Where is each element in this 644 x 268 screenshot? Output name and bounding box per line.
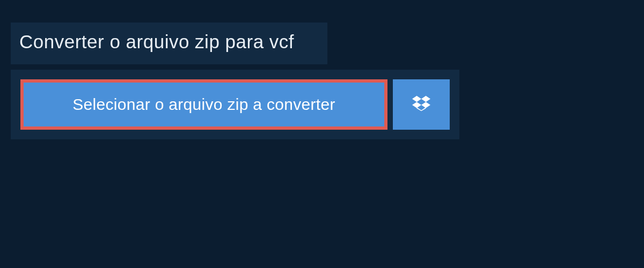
action-panel: Selecionar o arquivo zip a converter — [11, 70, 459, 139]
dropbox-icon — [412, 94, 430, 115]
dropbox-button[interactable] — [393, 79, 450, 130]
select-file-button[interactable]: Selecionar o arquivo zip a converter — [20, 79, 387, 130]
header-panel: Converter o arquivo zip para vcf — [11, 23, 327, 64]
select-file-label: Selecionar o arquivo zip a converter — [72, 95, 335, 114]
page-title: Converter o arquivo zip para vcf — [19, 31, 318, 53]
